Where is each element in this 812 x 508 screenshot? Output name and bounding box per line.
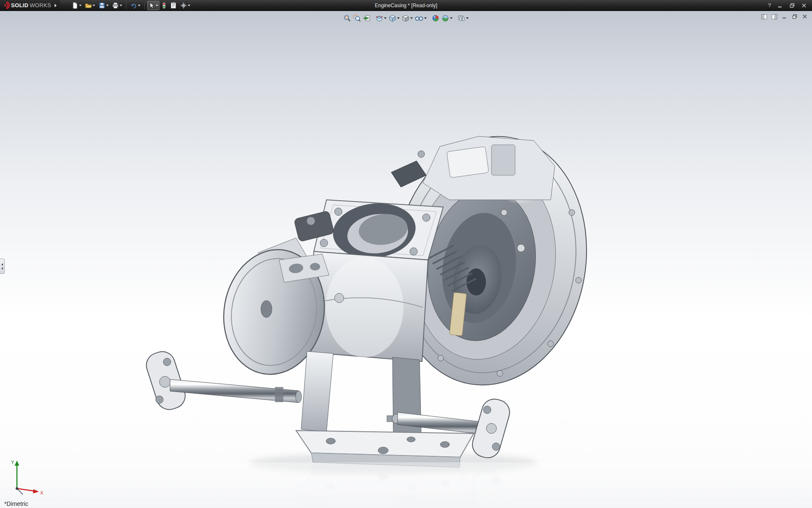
window-title: EngineCasing * [Read-only] <box>375 0 437 11</box>
apply-scene-caret-icon <box>450 17 453 19</box>
undo-dropdown-caret-icon <box>138 5 140 6</box>
solidworks-logo[interactable]: SOLIDWORKS <box>0 0 60 11</box>
doc-minimize-icon <box>782 14 787 19</box>
open-dropdown-caret-icon <box>93 5 95 6</box>
zoom-to-area-icon <box>353 14 361 22</box>
new-button[interactable] <box>70 1 83 10</box>
previous-view-icon <box>363 14 370 22</box>
apply-scene-button[interactable] <box>441 13 453 23</box>
save-dropdown-caret-icon <box>106 5 109 6</box>
pane-tab-arrow-icon <box>1 263 3 266</box>
pane-left-icon <box>761 14 767 19</box>
display-style-icon <box>402 14 409 22</box>
engine-casing-model-scene[interactable] <box>0 11 812 508</box>
pane-right-icon <box>771 14 777 19</box>
hide-show-caret-icon <box>424 17 427 19</box>
reference-triad: Y X <box>7 457 46 498</box>
zoom-to-fit-icon <box>343 14 351 22</box>
display-style-button[interactable] <box>401 13 414 23</box>
rebuild-button[interactable] <box>160 1 168 10</box>
zoom-to-area-button[interactable] <box>352 13 362 23</box>
reflection-fade <box>0 462 812 508</box>
minimize-icon <box>778 3 783 8</box>
save-button[interactable] <box>97 1 110 10</box>
section-view-button[interactable] <box>375 13 387 23</box>
brand-name-bold: SOLID <box>11 2 28 8</box>
save-floppy-icon <box>99 2 105 9</box>
maximize-restore-icon <box>790 3 795 8</box>
view-settings-button[interactable] <box>457 13 469 23</box>
view-orientation-caret-icon <box>397 17 400 19</box>
print-button[interactable] <box>111 1 123 10</box>
engine-casing-model[interactable] <box>143 122 604 467</box>
document-window-controls <box>760 13 809 20</box>
help-button[interactable]: ? <box>767 1 772 10</box>
edit-appearance-button[interactable] <box>431 13 440 23</box>
view-settings-icon <box>458 14 465 22</box>
apply-scene-icon <box>442 14 449 22</box>
collapsed-panel-tab[interactable] <box>0 259 5 274</box>
triad-origin <box>16 487 18 490</box>
zoom-to-fit-button[interactable] <box>343 13 352 23</box>
y-axis-label: Y <box>11 460 14 465</box>
select-cursor-icon <box>148 2 155 9</box>
solidworks-window: SOLIDWORKS <box>0 0 812 508</box>
previous-view-button[interactable] <box>362 13 371 23</box>
open-folder-icon <box>85 2 92 9</box>
titlebar-toolbar <box>70 1 192 10</box>
doc-restore-icon <box>792 14 797 19</box>
options-dropdown-caret-icon <box>188 5 190 6</box>
open-button[interactable] <box>84 1 96 10</box>
view-orientation-button[interactable] <box>388 13 401 23</box>
rebuild-traffic-light-icon <box>162 2 167 9</box>
toolbar-separator <box>144 2 145 9</box>
maximize-button[interactable] <box>788 1 796 10</box>
file-properties-icon <box>170 2 177 9</box>
close-button[interactable] <box>800 1 808 10</box>
print-dropdown-caret-icon <box>120 5 122 6</box>
minimize-button[interactable] <box>776 1 784 10</box>
options-button[interactable] <box>179 1 192 10</box>
select-dropdown-caret-icon <box>156 5 158 6</box>
select-button[interactable] <box>147 1 159 10</box>
brand-menu-caret-icon <box>55 4 57 7</box>
view-orientation-label: *Dimetric <box>4 500 28 507</box>
options-gear-icon <box>180 2 187 9</box>
print-icon <box>112 2 119 9</box>
3d-viewport[interactable]: Y X *Dimetric <box>0 11 812 508</box>
view-settings-caret-icon <box>466 17 469 19</box>
doc-restore-button[interactable] <box>791 13 798 20</box>
hide-show-glasses-icon <box>415 14 423 22</box>
pane-tab-arrow-icon <box>1 267 3 270</box>
new-dropdown-caret-icon <box>79 5 82 6</box>
close-icon <box>801 3 807 8</box>
undo-button[interactable] <box>129 1 142 10</box>
pane-right-button[interactable] <box>771 13 778 20</box>
x-axis-label: X <box>40 490 44 495</box>
doc-close-button[interactable] <box>801 13 809 20</box>
title-bar: SOLIDWORKS <box>0 0 812 11</box>
doc-close-icon <box>802 14 807 19</box>
section-view-icon <box>376 14 383 22</box>
solidworks-logo-icon <box>3 2 10 9</box>
heads-up-view-toolbar <box>343 13 469 23</box>
window-controls: ? <box>767 1 812 10</box>
section-view-caret-icon <box>384 17 387 19</box>
display-style-caret-icon <box>410 17 413 19</box>
hide-show-items-button[interactable] <box>414 13 428 23</box>
housing-top-covers[interactable] <box>391 136 555 200</box>
brand-name-light: WORKS <box>30 2 51 8</box>
block-stud <box>335 293 344 303</box>
file-properties-button[interactable] <box>169 1 178 10</box>
view-orientation-cube-icon <box>389 14 396 22</box>
x-axis-arrow-icon <box>33 489 39 494</box>
undo-arrow-icon <box>130 2 137 9</box>
edit-appearance-ball-icon <box>432 14 439 22</box>
doc-minimize-button[interactable] <box>781 13 788 20</box>
pane-left-button[interactable] <box>760 13 768 20</box>
new-document-icon <box>71 2 78 9</box>
toolbar-separator <box>126 2 126 9</box>
y-axis-arrow-icon <box>15 461 19 466</box>
